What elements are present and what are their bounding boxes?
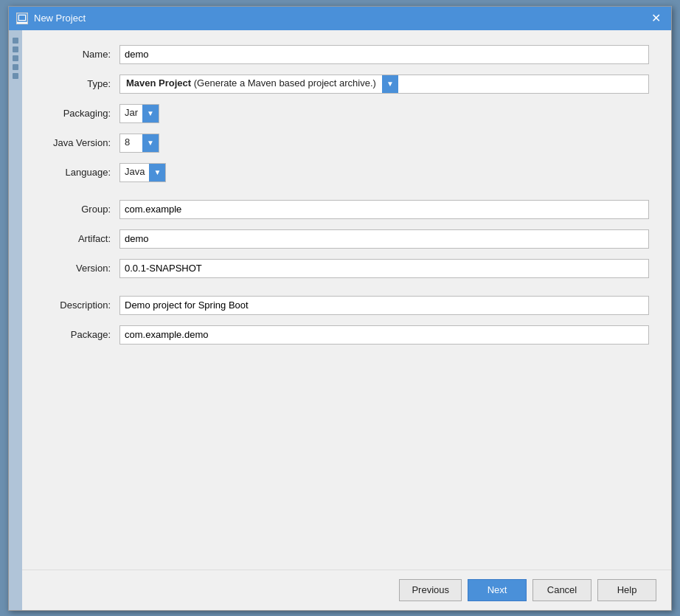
package-row: Package: xyxy=(38,325,649,345)
cancel-button[interactable]: Cancel xyxy=(532,579,591,601)
packaging-label: Packaging: xyxy=(38,108,119,119)
description-input[interactable] xyxy=(119,296,649,315)
spacer1 xyxy=(38,193,649,200)
dialog-icon xyxy=(16,13,28,24)
packaging-row: Packaging: Jar ▼ xyxy=(38,104,649,123)
svg-rect-1 xyxy=(19,15,25,20)
description-label: Description: xyxy=(38,300,119,311)
java-version-dropdown-btn[interactable]: ▼ xyxy=(142,134,159,152)
language-text: Java xyxy=(120,164,149,181)
description-wrap xyxy=(119,296,649,315)
close-button[interactable]: ✕ xyxy=(648,13,664,24)
group-label: Group: xyxy=(38,204,119,215)
packaging-select-text: Jar xyxy=(120,105,142,122)
sidebar-dot xyxy=(13,64,18,70)
type-select-text: Maven Project (Generate a Maven based pr… xyxy=(120,75,382,93)
language-wrap: Java ▼ xyxy=(119,163,649,182)
name-label: Name: xyxy=(38,49,119,60)
artifact-wrap xyxy=(119,229,649,249)
artifact-input[interactable] xyxy=(119,229,649,249)
group-input[interactable] xyxy=(119,200,649,219)
dialog-title: New Project xyxy=(34,13,86,24)
language-row: Language: Java ▼ xyxy=(38,163,649,182)
version-wrap xyxy=(119,259,649,278)
language-label: Language: xyxy=(38,167,119,178)
group-wrap xyxy=(119,200,649,219)
java-version-select[interactable]: 8 ▼ xyxy=(119,134,159,153)
type-row: Type: Maven Project (Generate a Maven ba… xyxy=(38,75,649,94)
spacer2 xyxy=(38,288,649,296)
packaging-select-wrap: Jar ▼ xyxy=(119,104,649,123)
sidebar-dot xyxy=(13,38,18,44)
sidebar-dot xyxy=(13,55,18,61)
description-row: Description: xyxy=(38,296,649,315)
dialog-overlay: New Project ✕ Name: Type: Maven Project … xyxy=(0,0,680,616)
package-label: Package: xyxy=(38,329,119,340)
package-input[interactable] xyxy=(119,325,649,345)
sidebar-dot xyxy=(13,46,18,52)
dialog-content: Name: Type: Maven Project (Generate a Ma… xyxy=(9,30,671,570)
sidebar-dot xyxy=(13,73,18,79)
java-version-text: 8 xyxy=(120,134,142,152)
language-select[interactable]: Java ▼ xyxy=(119,163,166,182)
language-dropdown-btn[interactable]: ▼ xyxy=(149,164,165,181)
new-project-dialog: New Project ✕ Name: Type: Maven Project … xyxy=(8,6,672,611)
type-select-wrap: Maven Project (Generate a Maven based pr… xyxy=(119,75,649,94)
group-row: Group: xyxy=(38,200,649,219)
java-version-wrap: 8 ▼ xyxy=(119,134,649,153)
previous-button[interactable]: Previous xyxy=(399,579,462,601)
type-label: Type: xyxy=(38,78,119,89)
artifact-row: Artifact: xyxy=(38,229,649,249)
left-sidebar xyxy=(9,30,22,610)
version-input[interactable] xyxy=(119,259,649,278)
next-button[interactable]: Next xyxy=(468,579,527,601)
title-bar-left: New Project xyxy=(16,13,86,24)
name-input-wrap xyxy=(119,45,649,64)
name-row: Name: xyxy=(38,45,649,64)
packaging-select[interactable]: Jar ▼ xyxy=(119,104,159,123)
version-row: Version: xyxy=(38,259,649,278)
java-version-row: Java Version: 8 ▼ xyxy=(38,134,649,153)
version-label: Version: xyxy=(38,263,119,274)
type-select[interactable]: Maven Project (Generate a Maven based pr… xyxy=(119,75,649,94)
packaging-dropdown-btn[interactable]: ▼ xyxy=(142,105,159,122)
name-input[interactable] xyxy=(119,45,649,64)
title-bar: New Project ✕ xyxy=(9,7,671,30)
dialog-footer: Previous Next Cancel Help xyxy=(9,570,671,610)
type-dropdown-btn[interactable]: ▼ xyxy=(382,75,398,93)
java-version-label: Java Version: xyxy=(38,137,119,148)
package-wrap xyxy=(119,325,649,345)
help-button[interactable]: Help xyxy=(597,579,656,601)
artifact-label: Artifact: xyxy=(38,233,119,244)
